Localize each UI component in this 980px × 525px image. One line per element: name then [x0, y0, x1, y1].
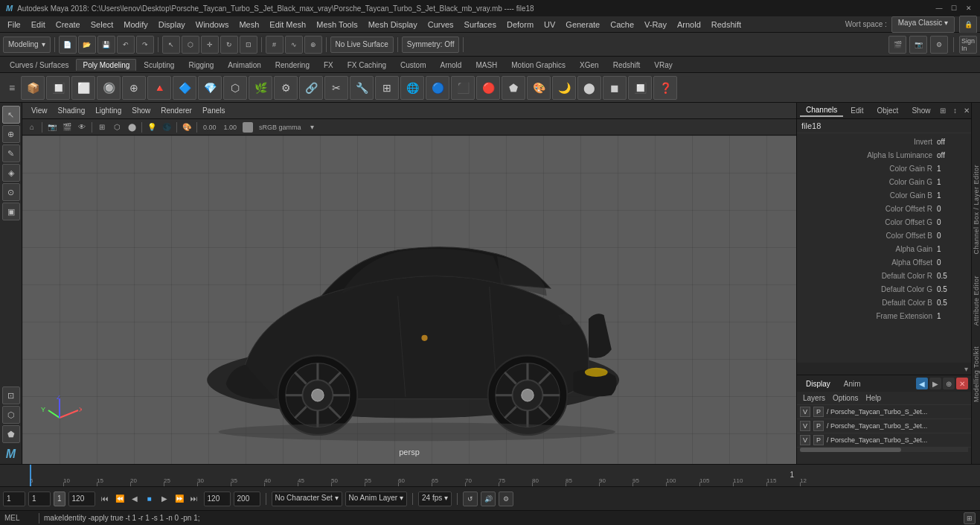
shelf-tab-redshift[interactable]: Redshift [606, 59, 647, 71]
shelf-icon-17[interactable]: 🔵 [426, 76, 449, 100]
play-back-button[interactable]: ◀ [128, 492, 141, 506]
vp-home-button[interactable]: ⌂ [25, 121, 39, 134]
shelf-tab-mash[interactable]: MASH [469, 59, 504, 71]
panel-button[interactable]: ⬡ [2, 406, 20, 424]
snap-point-button[interactable]: ⊕ [304, 36, 322, 54]
range-end-input[interactable] [234, 491, 260, 506]
stop-button[interactable]: ■ [143, 492, 156, 506]
shelf-icon-26[interactable]: ❓ [653, 76, 677, 100]
close-button[interactable]: ✕ [964, 3, 974, 13]
shelf-icon-9[interactable]: ⬡ [223, 76, 247, 100]
select-tool-button[interactable]: ↖ [162, 36, 180, 54]
fps-dropdown[interactable]: 24 fps ▾ [418, 491, 452, 506]
workspace-dropdown[interactable]: Maya Classic ▾ [891, 16, 955, 33]
symmetry-dropdown[interactable]: Symmetry: Off [402, 36, 460, 53]
menu-arnold[interactable]: Arnold [673, 19, 705, 31]
frame-input-1[interactable] [3, 491, 25, 506]
save-scene-button[interactable]: 💾 [97, 36, 115, 54]
shelf-tab-motion-graphics[interactable]: Motion Graphics [505, 59, 572, 71]
shelf-tab-animation[interactable]: Animation [221, 59, 267, 71]
mode-dropdown[interactable]: Modeling ▾ [3, 36, 51, 53]
vp-menu-show[interactable]: Show [127, 105, 155, 116]
shelf-icon-10[interactable]: 🌿 [249, 76, 272, 100]
lasso-select-button[interactable]: ⬡ [182, 36, 199, 54]
vp-eye-button[interactable]: 👁 [75, 121, 89, 134]
layer-row-1[interactable]: V P / Porsche_Taycan_Turbo_S_Jet... [797, 405, 971, 419]
no-char-set-dropdown[interactable]: No Character Set ▾ [272, 491, 342, 506]
shelf-icon-20[interactable]: ⬟ [502, 76, 525, 100]
vp-wireframe-button[interactable]: ⬡ [110, 121, 124, 134]
shelf-tab-rigging[interactable]: Rigging [182, 59, 220, 71]
skip-to-end-button[interactable]: ⏭ [188, 492, 201, 506]
shelf-icon-13[interactable]: ✂ [324, 76, 348, 100]
shelf-icon-11[interactable]: ⚙ [274, 76, 298, 100]
sculpt-button[interactable]: ◈ [2, 164, 20, 182]
menu-curves[interactable]: Curves [423, 19, 458, 31]
shelf-tab-vray[interactable]: VRay [647, 59, 679, 71]
layers-menu-options[interactable]: Options [830, 393, 861, 403]
scale-tool-button[interactable]: ⊡ [240, 36, 257, 54]
render-settings-button[interactable]: ⚙ [930, 36, 948, 54]
shelf-tab-arnold[interactable]: Arnold [433, 59, 468, 71]
layers-btn-3[interactable]: ⊕ [943, 378, 955, 389]
step-back-button[interactable]: ⏪ [113, 492, 126, 506]
layers-transport-back[interactable]: ◀ [916, 378, 928, 389]
menu-edit[interactable]: Edit [27, 19, 50, 31]
step-forward-button[interactable]: ⏩ [173, 492, 186, 506]
shelf-icon-24[interactable]: ◼ [603, 76, 627, 100]
vp-shadow-button[interactable]: 🌑 [160, 121, 173, 134]
rp-icon-2[interactable]: ↕ [949, 106, 960, 116]
redo-button[interactable]: ↷ [136, 36, 154, 54]
ipr-button[interactable]: 📷 [909, 36, 927, 54]
layer-visible-1[interactable]: V [800, 407, 810, 417]
shelf-tab-custom[interactable]: Custom [394, 59, 432, 71]
shelf-tab-sculpting[interactable]: Sculpting [137, 59, 181, 71]
lock-button[interactable]: 🔒 [959, 16, 977, 34]
vp-menu-renderer[interactable]: Renderer [156, 105, 196, 116]
open-scene-button[interactable]: 📂 [78, 36, 96, 54]
snap-curve-button[interactable]: ∿ [285, 36, 303, 54]
undo-button[interactable]: ↶ [117, 36, 135, 54]
layers-tab-display[interactable]: Display [800, 378, 836, 389]
layer-row-3[interactable]: V P / Porsche_Taycan_Turbo_S_Jet... [797, 433, 971, 448]
menu-modify[interactable]: Modify [119, 19, 152, 31]
render-button[interactable]: 🎬 [888, 36, 906, 54]
shelf-icon-1[interactable]: 📦 [21, 76, 45, 100]
frame-input-2[interactable] [28, 491, 51, 506]
no-live-dropdown[interactable]: No Live Surface [330, 36, 394, 53]
shelf-tab-rendering[interactable]: Rendering [269, 59, 316, 71]
side-tab-channel-box[interactable]: Channel Box / Layer Editor [972, 162, 981, 258]
vp-colorspace-dropdown-icon[interactable]: ▾ [306, 121, 319, 134]
loop-button[interactable]: ↺ [463, 491, 478, 506]
layers-menu-layers[interactable]: Layers [800, 393, 828, 403]
new-scene-button[interactable]: 📄 [59, 36, 77, 54]
menu-mesh-display[interactable]: Mesh Display [364, 19, 422, 31]
no-anim-layer-dropdown[interactable]: No Anim Layer ▾ [345, 491, 407, 506]
vp-grid-button[interactable]: ⊞ [95, 121, 109, 134]
menu-display[interactable]: Display [154, 19, 190, 31]
layers-menu-help[interactable]: Help [862, 393, 884, 403]
menu-create[interactable]: Create [51, 19, 85, 31]
vp-film-button[interactable]: 🎬 [60, 121, 74, 134]
menu-deform[interactable]: Deform [502, 19, 538, 31]
menu-mesh[interactable]: Mesh [234, 19, 263, 31]
shelf-tab-fx[interactable]: FX [317, 59, 340, 71]
vp-menu-view[interactable]: View [27, 105, 52, 116]
shelf-icon-5[interactable]: ⊕ [122, 76, 146, 100]
layer-visible-2[interactable]: V [800, 421, 810, 431]
bookmark-button[interactable]: ⬟ [2, 425, 20, 443]
shelf-icon-7[interactable]: 🔷 [173, 76, 196, 100]
shelf-icon-16[interactable]: 🌐 [400, 76, 424, 100]
current-frame-input[interactable] [204, 491, 231, 506]
sign-in-button[interactable]: Sign In [959, 36, 977, 54]
shelf-icon-14[interactable]: 🔧 [350, 76, 374, 100]
range-start-input[interactable] [68, 491, 95, 506]
rp-tab-edit[interactable]: Edit [845, 105, 869, 116]
vp-light-button[interactable]: 💡 [145, 121, 158, 134]
vp-menu-lighting[interactable]: Lighting [91, 105, 126, 116]
pivot-button[interactable]: ⊙ [2, 183, 20, 201]
layers-scrollbar[interactable] [800, 448, 968, 452]
shelf-icon-21[interactable]: 🎨 [527, 76, 551, 100]
vp-smooth-button[interactable]: ⬤ [125, 121, 138, 134]
side-tab-modelling-toolkit[interactable]: Modelling Toolkit [972, 343, 981, 405]
